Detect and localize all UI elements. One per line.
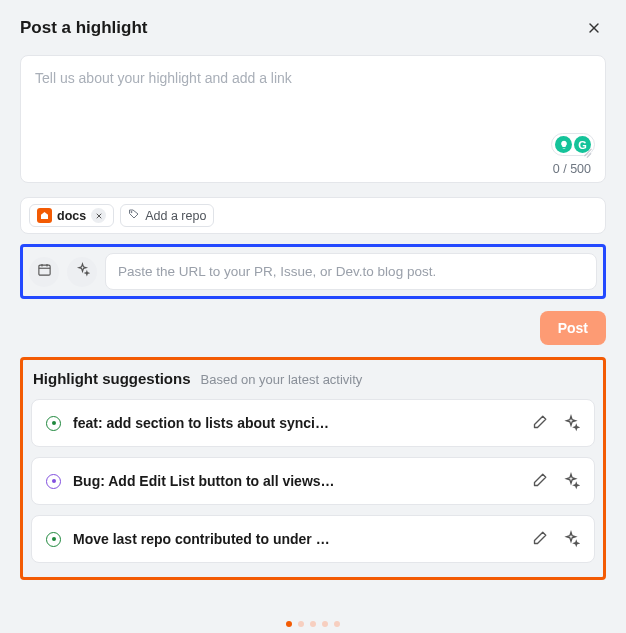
pager-dots[interactable] [286,621,340,627]
url-row-highlight-box [20,244,606,299]
sparkle-icon[interactable] [562,530,580,548]
pager-dot[interactable] [286,621,292,627]
suggestion-text: feat: add section to lists about synci… [73,415,518,431]
pencil-icon[interactable] [530,530,548,548]
svg-rect-5 [38,265,49,275]
suggestion-actions [530,530,580,548]
url-row [29,253,597,290]
date-picker-button[interactable] [29,257,59,287]
lightbulb-icon [555,136,572,153]
pager-dot[interactable] [298,621,304,627]
suggestion-actions [530,472,580,490]
add-repo-button[interactable]: Add a repo [120,204,214,227]
modal-title: Post a highlight [20,18,148,38]
issue-status-icon [46,416,61,431]
char-counter: 0 / 500 [35,162,591,176]
add-repo-label: Add a repo [145,209,206,223]
post-row: Post [20,311,606,345]
suggestion-text: Bug: Add Edit List button to all views… [73,473,518,489]
suggestion-item[interactable]: feat: add section to lists about synci… [31,399,595,447]
suggestion-item[interactable]: Move last repo contributed to under … [31,515,595,563]
svg-point-4 [131,211,132,212]
pencil-icon[interactable] [530,414,548,432]
ai-sparkle-button[interactable] [67,257,97,287]
pencil-icon[interactable] [530,472,548,490]
highlight-textarea-container: G 0 / 500 [20,55,606,183]
repo-chip-docs[interactable]: docs [29,204,114,227]
issue-status-icon [46,474,61,489]
modal-header: Post a highlight [20,18,606,41]
pager-dot[interactable] [322,621,328,627]
pager-dot[interactable] [310,621,316,627]
pager-dot[interactable] [334,621,340,627]
highlight-textarea[interactable] [35,70,591,156]
repo-icon [37,208,52,223]
suggestions-title: Highlight suggestions [33,370,191,387]
sparkle-icon[interactable] [562,414,580,432]
suggestions-subtitle: Based on your latest activity [201,372,363,387]
post-highlight-modal: Post a highlight G 0 / 500 docs Ad [0,0,626,590]
suggestions-highlight-box: Highlight suggestions Based on your late… [20,357,606,580]
suggestion-item[interactable]: Bug: Add Edit List button to all views… [31,457,595,505]
suggestion-text: Move last repo contributed to under … [73,531,518,547]
issue-status-icon [46,532,61,547]
post-button[interactable]: Post [540,311,606,345]
suggestions-header: Highlight suggestions Based on your late… [31,370,595,387]
remove-repo-icon[interactable] [91,208,106,223]
calendar-icon [37,262,52,281]
sparkle-icon[interactable] [562,472,580,490]
url-input[interactable] [105,253,597,290]
grammarly-badge[interactable]: G [551,133,595,156]
repo-chip-label: docs [57,209,86,223]
suggestion-actions [530,414,580,432]
grammarly-icon: G [574,136,591,153]
repo-bar: docs Add a repo [20,197,606,234]
tag-icon [128,208,140,223]
suggestions-list: feat: add section to lists about synci…B… [31,399,595,563]
close-icon[interactable] [582,18,606,41]
sparkle-icon [75,262,90,281]
